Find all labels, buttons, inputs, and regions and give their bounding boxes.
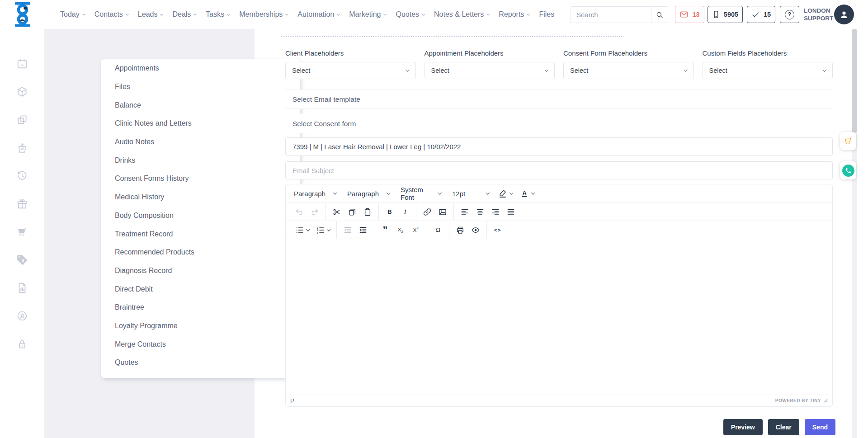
italic-button[interactable]: I <box>397 205 413 219</box>
nav-item[interactable]: Contacts <box>94 10 128 19</box>
app-logo[interactable] <box>14 2 32 28</box>
nav-item[interactable]: Files <box>539 10 560 19</box>
sidebar-menu-item[interactable]: Consent Forms History <box>101 170 300 188</box>
sidebar-menu-item-label: Consent Forms History <box>115 174 189 183</box>
numbered-list-button[interactable]: 1 2 3 <box>312 223 333 237</box>
font-size-select[interactable]: 12pt <box>447 186 495 201</box>
text-color-button[interactable]: A <box>516 186 538 201</box>
report-icon[interactable] <box>16 282 28 294</box>
indent-button[interactable] <box>355 223 371 237</box>
nav-item[interactable]: Leads <box>138 10 163 19</box>
email-subject-field[interactable] <box>285 161 833 179</box>
phone-notifications-badge[interactable]: 5905 <box>708 6 743 23</box>
paragraph-format-select[interactable]: Paragraph <box>342 186 395 201</box>
sidebar-menu-item[interactable]: Audio Notes <box>101 133 300 151</box>
call-floating-button[interactable] <box>840 161 856 179</box>
editor-content-area[interactable] <box>286 239 832 395</box>
bag-download-icon[interactable] <box>16 142 28 154</box>
nav-item[interactable]: Quotes <box>396 10 425 19</box>
page-scrollbar[interactable] <box>852 29 857 438</box>
bullet-list-button[interactable] <box>292 223 312 237</box>
history-icon[interactable] <box>16 170 28 182</box>
task-count: 15 <box>764 11 771 18</box>
expander-row[interactable]: Select Consent form <box>285 114 833 133</box>
nav-item[interactable]: Notes & Letters <box>434 10 489 19</box>
sidebar-menu-item[interactable]: Loyalty Programme <box>101 317 300 335</box>
help-button[interactable]: ? <box>780 6 799 23</box>
nav-item[interactable]: Automation <box>297 10 340 19</box>
cut-button[interactable] <box>329 205 344 219</box>
preview-button[interactable]: Preview <box>723 419 763 435</box>
sidebar-menu-item[interactable]: Diagnosis Record <box>101 262 300 280</box>
search-input[interactable] <box>571 6 651 23</box>
highlight-color-button[interactable] <box>495 186 516 201</box>
user-avatar[interactable] <box>834 5 854 24</box>
package-icon[interactable] <box>16 86 28 98</box>
nav-item[interactable]: Today <box>60 10 85 19</box>
sidebar-menu-item[interactable]: Medical History <box>101 188 300 207</box>
calendar-icon[interactable]: 12 <box>16 58 28 70</box>
copy-button[interactable] <box>344 205 360 219</box>
price-tag-icon[interactable]: $ <box>16 254 28 266</box>
nav-item[interactable]: Memberships <box>239 10 288 19</box>
sidebar-menu-item[interactable]: Drinks <box>101 151 300 170</box>
align-left-button[interactable] <box>457 205 472 219</box>
sidebar-menu-item[interactable]: Treatment Record <box>101 225 300 243</box>
nav-item[interactable]: Reports <box>499 10 529 19</box>
sidebar-menu-item[interactable]: Merge Contacts <box>101 335 300 353</box>
link-button[interactable] <box>420 205 435 219</box>
undo-button[interactable] <box>292 205 307 219</box>
clear-button[interactable]: Clear <box>768 419 799 435</box>
sidebar-menu-item[interactable]: Recommended Products <box>101 243 300 262</box>
placeholder-select[interactable]: Select <box>285 62 416 79</box>
subscript-button[interactable]: X 2 <box>393 223 408 237</box>
lock-icon[interactable] <box>16 338 28 350</box>
support-icon[interactable] <box>16 310 28 322</box>
bold-button[interactable]: B <box>382 205 397 219</box>
placeholder-select[interactable]: Select <box>425 62 555 79</box>
cart-floating-button[interactable] <box>840 132 856 150</box>
sidebar-menu-item[interactable]: Quotes <box>101 353 300 372</box>
search-button[interactable] <box>651 6 668 23</box>
expander-row[interactable]: Select Email template <box>285 89 833 109</box>
nav-item[interactable]: Deals <box>172 10 196 19</box>
sidebar-menu-item[interactable]: Braintree <box>101 298 300 317</box>
placeholder-select[interactable]: Select <box>563 62 694 79</box>
paste-button[interactable] <box>360 205 375 219</box>
nav-item[interactable]: Tasks <box>206 10 230 19</box>
gift-icon[interactable] <box>16 198 28 210</box>
insert-image-button[interactable] <box>435 205 450 219</box>
copy-icon[interactable] <box>16 114 28 126</box>
cart-icon[interactable] <box>16 226 28 238</box>
blockquote-button[interactable]: ” <box>377 223 393 237</box>
sidebar-menu-item[interactable]: Direct Debit <box>101 280 300 298</box>
email-notifications-badge[interactable]: 13 <box>675 6 704 23</box>
send-button[interactable]: Send <box>805 419 835 435</box>
sidebar-menu-item[interactable]: Balance <box>101 96 300 114</box>
treatment-reference-field[interactable] <box>285 137 833 156</box>
style-select[interactable]: Paragraph <box>288 186 342 201</box>
justify-button[interactable] <box>503 205 519 219</box>
outdent-button[interactable] <box>340 223 355 237</box>
align-right-button[interactable] <box>488 205 503 219</box>
redo-button[interactable] <box>307 205 322 219</box>
resize-handle-icon[interactable] <box>824 399 828 403</box>
scrollbar-thumb[interactable] <box>852 29 857 133</box>
superscript-button[interactable]: X 2 <box>408 223 424 237</box>
sidebar-menu-item[interactable]: Files <box>101 78 300 96</box>
sidebar-menu-item[interactable]: Clinic Notes and Letters <box>101 114 300 133</box>
source-code-button[interactable]: <> <box>490 223 505 237</box>
placeholder-select[interactable]: Select <box>703 62 833 79</box>
font-family-select[interactable]: System Font <box>395 186 447 201</box>
nav-item[interactable]: Marketing <box>349 10 386 19</box>
sidebar-menu-item[interactable]: Appointments <box>101 59 300 78</box>
sidebar-menu-item[interactable]: Body Composition <box>101 207 300 225</box>
tinymce-branding[interactable]: POWERED BY TINY <box>775 398 821 403</box>
preview-button-toolbar[interactable] <box>468 223 483 237</box>
element-path[interactable]: P <box>290 397 294 404</box>
special-character-button[interactable]: Ω <box>430 223 446 237</box>
print-button[interactable] <box>453 223 468 237</box>
align-center-button[interactable] <box>472 205 488 219</box>
section-divider <box>281 36 623 37</box>
tasks-badge[interactable]: 15 <box>747 6 775 23</box>
